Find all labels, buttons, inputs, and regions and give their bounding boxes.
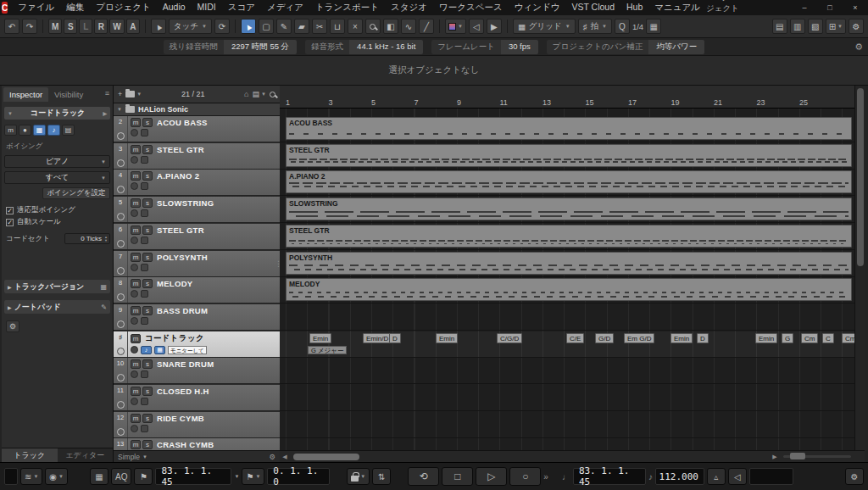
toolbar-letter-S[interactable]: S: [64, 19, 77, 34]
time-warp-tool[interactable]: ∿: [401, 19, 416, 34]
vertical-scroll-thumb[interactable]: [857, 88, 864, 266]
timeline-lane[interactable]: A.PIANO 2: [280, 170, 854, 196]
auto-scroll-combo[interactable]: タッチ▼: [169, 19, 212, 34]
menu-item-13[interactable]: マニュアル: [648, 2, 706, 14]
menu-item-7[interactable]: トランスポート: [309, 2, 385, 14]
glue-tool[interactable]: ⊔: [330, 19, 345, 34]
bottom-tab[interactable]: エディター: [58, 448, 114, 462]
locator-flag-button[interactable]: ⚑▼: [242, 468, 264, 485]
audio-activity-button[interactable]: ≋▼: [20, 468, 42, 485]
checkbox[interactable]: ✓: [6, 207, 14, 214]
record-enable-button[interactable]: [131, 398, 138, 405]
add-track-button[interactable]: +: [118, 90, 122, 98]
track-list-gear-icon[interactable]: ⚙: [269, 453, 275, 461]
solo-button[interactable]: s: [142, 279, 153, 288]
mute-button[interactable]: m: [131, 171, 141, 181]
zoom-thumb[interactable]: [790, 453, 805, 459]
lock-button[interactable]: ▼: [347, 468, 370, 485]
track-row[interactable]: 6msSTEEL GTR: [114, 224, 280, 250]
quantize-panel-icon[interactable]: ▦: [646, 19, 661, 34]
mute-button[interactable]: m: [131, 387, 141, 396]
offset-spinner[interactable]: 0 Ticks ▲▼: [64, 233, 110, 244]
monitor-button[interactable]: [141, 370, 148, 378]
midi-input-icon[interactable]: ▦: [33, 125, 46, 136]
chord-event[interactable]: D: [389, 333, 401, 343]
track-row[interactable]: 4msA.PIANO 2: [114, 170, 280, 196]
metronome-click-icon[interactable]: ▵: [707, 468, 726, 485]
monitor-button[interactable]: [141, 264, 148, 271]
timeline-lane[interactable]: [280, 358, 854, 384]
midi-event[interactable]: STEEL GTR: [286, 225, 852, 248]
chord-monitor-button[interactable]: ▦: [154, 346, 165, 354]
monitor-button[interactable]: [141, 237, 148, 244]
solo-button[interactable]: s: [142, 145, 153, 154]
toolbar-letter-M[interactable]: M: [48, 19, 62, 34]
position-format-caret-icon[interactable]: ▼: [234, 474, 239, 479]
nudge-right-button[interactable]: ▶: [487, 19, 502, 34]
menu-item-6[interactable]: メディア: [261, 2, 309, 14]
record-enable-button[interactable]: [131, 290, 138, 298]
transport-gear-icon[interactable]: ⚙: [845, 468, 864, 485]
toolbar-letter-W[interactable]: W: [109, 19, 124, 34]
mute-button[interactable]: m: [131, 198, 141, 208]
monitor-button[interactable]: [141, 156, 148, 164]
minimize-button[interactable]: –: [792, 0, 817, 15]
checkbox-row-0[interactable]: ✓適応型ボイシング: [6, 204, 110, 216]
close-button[interactable]: ×: [843, 0, 868, 15]
inspector-section-1[interactable]: ▶ノートパッド✎: [4, 300, 110, 314]
timeline-lane[interactable]: [280, 412, 854, 438]
quantize-toggle[interactable]: Q: [615, 19, 630, 34]
nudge-left-button[interactable]: ◁: [469, 19, 484, 34]
right-zone-toggle[interactable]: ▧: [808, 19, 823, 34]
keyboard-focus-icon[interactable]: ▦: [90, 468, 108, 485]
midi-event[interactable]: MELODY: [286, 278, 852, 301]
timeline-lane[interactable]: STEEL GTR: [280, 224, 854, 250]
maximize-button[interactable]: □: [817, 0, 843, 15]
track-row[interactable]: 8msMELODY: [114, 277, 280, 303]
menu-item-8[interactable]: スタジオ: [385, 2, 433, 14]
record-enable-button[interactable]: [131, 182, 138, 190]
midi-event[interactable]: ACOU BASS: [286, 117, 852, 140]
track-row[interactable]: 7msPOLYSYNTH: [114, 251, 280, 277]
range-selection-tool[interactable]: ▢: [259, 19, 274, 34]
menu-item-9[interactable]: ワークスペース: [433, 2, 509, 14]
aq-button[interactable]: AQ: [111, 468, 131, 485]
midi-event[interactable]: POLYSYNTH: [286, 252, 852, 275]
marker-flag-icon[interactable]: ⚑: [134, 468, 153, 485]
mute-button[interactable]: m: [131, 226, 141, 235]
menu-item-5[interactable]: スコア: [222, 2, 261, 14]
toolbar-letter-A[interactable]: A: [126, 19, 140, 34]
scroll-left-arrow-icon[interactable]: ◀: [280, 454, 290, 460]
mute-button[interactable]: m: [131, 118, 141, 127]
timeline-lane[interactable]: ACOU BASS: [280, 116, 854, 142]
timeline-lane[interactable]: [280, 385, 854, 411]
chord-event[interactable]: Emin/D: [363, 333, 392, 343]
comp-tool[interactable]: ◧: [383, 19, 398, 34]
midi-event[interactable]: SLOWSTRING: [286, 198, 852, 220]
horizontal-scroll-thumb[interactable]: [293, 454, 359, 460]
solo-button[interactable]: s: [142, 306, 153, 315]
window-layout-menu[interactable]: ⊞▼: [826, 19, 846, 34]
mute-button[interactable]: m: [131, 359, 141, 369]
folder-open-icon[interactable]: ▼: [117, 107, 122, 112]
cycle-button[interactable]: ⟲: [408, 467, 439, 486]
chord-event[interactable]: C/G/D: [497, 333, 522, 343]
solo-button[interactable]: s: [142, 226, 153, 235]
monitor-speaker-icon[interactable]: ◁: [728, 468, 747, 485]
mute-button[interactable]: m: [131, 306, 141, 315]
infobar-gear-icon[interactable]: ⚙: [854, 42, 863, 53]
record-enable-button[interactable]: [131, 237, 138, 244]
tempo-display[interactable]: 112.000: [655, 468, 704, 485]
info-value[interactable]: 30 fps: [501, 40, 538, 54]
object-selection-tool[interactable]: ▲: [241, 19, 256, 34]
grid-value-combo[interactable]: ♯拍▼: [578, 19, 612, 34]
home-icon[interactable]: ⌂: [244, 90, 248, 98]
mute-button[interactable]: m: [131, 440, 141, 449]
monitor-button[interactable]: [141, 182, 148, 190]
event-display[interactable]: 135791113151719212325 ACOU BASSSTEEL GTR…: [280, 86, 854, 450]
record-enable-button[interactable]: [131, 264, 138, 271]
menu-item-11[interactable]: VST Cloud: [565, 2, 620, 14]
mute-button[interactable]: m: [131, 145, 141, 154]
draw-tool[interactable]: ✎: [276, 19, 292, 34]
folder-track-row[interactable]: ▼ HALion Sonic: [114, 103, 280, 116]
